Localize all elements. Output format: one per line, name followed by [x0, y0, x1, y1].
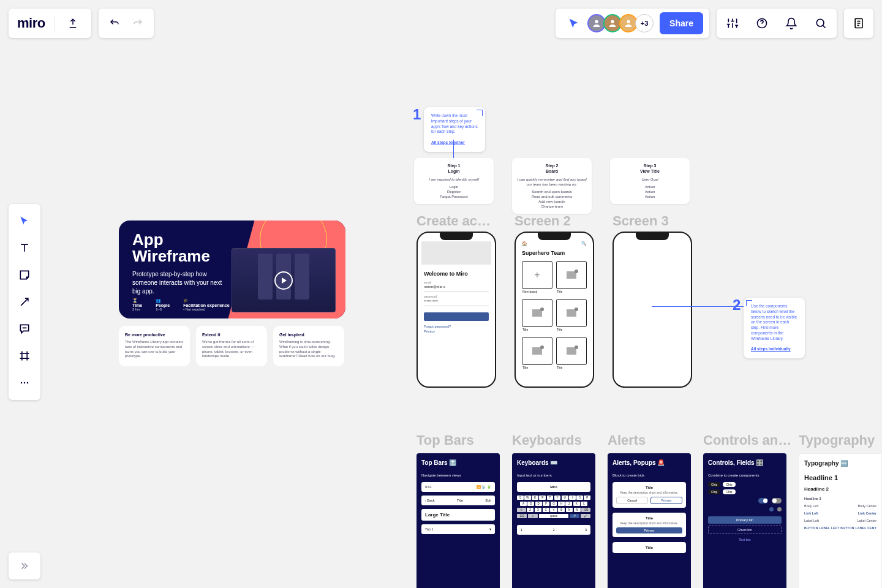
frame-label-topbars[interactable]: Top Bars	[417, 432, 474, 448]
tip-body: Use the components below to sketch what …	[751, 304, 797, 341]
help-icon[interactable]	[752, 13, 772, 33]
search-icon[interactable]	[811, 13, 831, 33]
text-tool[interactable]	[12, 236, 37, 260]
sticky-note-tool[interactable]	[12, 263, 37, 287]
phone1-title: Welcome to Miro	[424, 271, 489, 277]
component-library-keyboards[interactable]: Keyboards ⌨️Input text or numbersMiroQWE…	[512, 453, 595, 588]
phone-mockup-3[interactable]	[612, 232, 692, 388]
phone2-title: Superhero Team	[522, 250, 587, 256]
user-flow-step-card[interactable]: Step 1LoginI am required to identify mys…	[414, 158, 494, 204]
hero-title-line1: App	[132, 230, 164, 249]
collaboration-panel: +3 Share	[556, 9, 709, 38]
board-canvas[interactable]: App Wireframe Prototype step-by-step how…	[0, 0, 882, 588]
component-library-controls[interactable]: Controls, Fields 🎛️Combine to create com…	[703, 453, 786, 588]
svg-point-8	[27, 382, 29, 384]
svg-point-4	[816, 19, 824, 26]
user-flow-step-card[interactable]: Step 3View TitleUser GoalActionActionAct…	[610, 158, 690, 204]
frame-label-1[interactable]: Create ac…	[417, 213, 491, 229]
hero-subtitle: Prototype step-by-step how someone inter…	[132, 270, 230, 296]
frame-tool[interactable]	[12, 344, 37, 368]
frame-label-typography[interactable]: Typography	[799, 432, 875, 448]
tip-callout-2[interactable]: 2 Use the components below to sketch wha…	[744, 298, 805, 358]
select-tool[interactable]	[12, 209, 37, 233]
utility-panel	[717, 9, 837, 38]
info-card[interactable]: Get inspiredWireframing is time-consumin…	[273, 326, 344, 366]
collaborator-avatars[interactable]: +3	[590, 14, 654, 32]
frame-label-keyboards[interactable]: Keyboards	[512, 432, 582, 448]
expand-panel-button[interactable]	[9, 552, 40, 579]
board-tile: +New board	[522, 261, 552, 289]
frame-label-2[interactable]: Screen 2	[514, 213, 571, 229]
phone-mockup-2[interactable]: 🏠🔍 Superhero Team +New boardTitleTitleTi…	[514, 232, 594, 388]
phone1-email-input: name@site.c	[424, 285, 489, 292]
component-library-alerts[interactable]: Alerts, Popups 🚨Block to create bidsTitl…	[608, 453, 691, 588]
play-icon	[274, 271, 293, 290]
notifications-icon[interactable]	[782, 13, 801, 33]
svg-point-2	[627, 20, 630, 23]
phone2-home-icon: 🏠	[522, 241, 527, 246]
svg-point-7	[24, 382, 26, 384]
notes-button[interactable]	[844, 9, 873, 38]
phone1-password-input: •••••••••••	[424, 299, 489, 306]
board-tile: Title	[522, 299, 552, 327]
tip-link[interactable]: All steps together	[431, 140, 465, 145]
tip-callout-1[interactable]: 1 Write down the most important steps of…	[424, 107, 485, 152]
phone1-forgot-link: Forgot password?	[424, 325, 489, 328]
board-tile: Title	[556, 337, 587, 365]
miro-logo[interactable]: miro	[17, 15, 45, 31]
share-button[interactable]: Share	[660, 12, 703, 34]
phone2-search-icon: 🔍	[581, 241, 587, 246]
tip-number: 2	[733, 295, 741, 315]
comment-tool[interactable]	[12, 317, 37, 341]
board-tile: Title	[522, 337, 552, 365]
component-library-topbars[interactable]: Top Bars 🔝Navigate between views9:41📶 📡 …	[417, 453, 500, 588]
phone1-privacy-link: Privacy	[424, 330, 489, 333]
frame-label-controls[interactable]: Controls an…	[703, 432, 791, 448]
undo-button[interactable]	[105, 13, 124, 33]
more-collaborators[interactable]: +3	[635, 14, 654, 32]
more-tools[interactable]	[12, 371, 37, 395]
redo-button[interactable]	[128, 13, 148, 33]
info-card[interactable]: Be more productiveThe Wireframe Library …	[119, 326, 190, 366]
phone1-login-button	[424, 312, 489, 321]
hero-video-thumbnail[interactable]	[232, 248, 336, 312]
tip-link[interactable]: All steps individually	[751, 347, 791, 351]
undo-redo-panel	[99, 9, 154, 38]
info-card[interactable]: Extend itWe've got frames for all sorts …	[196, 326, 267, 366]
frame-label-3[interactable]: Screen 3	[612, 213, 669, 229]
settings-icon[interactable]	[723, 13, 742, 33]
board-tile: Title	[556, 261, 587, 289]
hero-meta-item: ⏳Time2 hrs	[132, 298, 142, 311]
hero-title-line2: Wireframe	[132, 247, 210, 265]
export-button[interactable]	[63, 13, 83, 33]
hero-meta-item: 🎓Facilitation experience• Not required	[183, 298, 229, 311]
svg-point-6	[21, 382, 23, 384]
tip-body: Write down the most important steps of y…	[431, 113, 478, 134]
left-toolbar	[9, 204, 40, 400]
phone-mockup-1[interactable]: Welcome to Miro email name@site.c passwo…	[417, 232, 496, 388]
cursor-tracking-icon[interactable]	[564, 13, 584, 33]
hero-meta-item: 👥People1–3	[156, 298, 170, 311]
frame-label-alerts[interactable]: Alerts	[608, 432, 646, 448]
template-hero-card[interactable]: App Wireframe Prototype step-by-step how…	[119, 221, 345, 318]
svg-point-0	[595, 20, 598, 23]
board-tile: Title	[556, 299, 587, 327]
arrow-tool[interactable]	[12, 290, 37, 314]
svg-point-1	[611, 20, 614, 23]
logo-panel: miro	[9, 9, 91, 38]
tip-number: 1	[413, 105, 421, 124]
component-library-typography[interactable]: Typography 🔤Headline 1Headline 2Headline…	[799, 453, 882, 588]
user-flow-step-card[interactable]: Step 2BoardI can quickly remember and fi…	[512, 158, 592, 214]
tip-connector	[652, 306, 744, 307]
tip-connector	[453, 140, 454, 158]
